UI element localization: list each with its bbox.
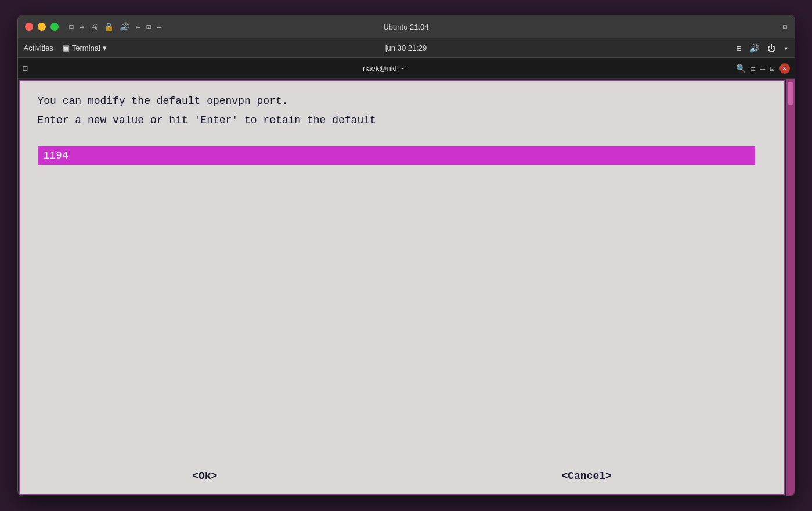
instruction-line1: You can modify the default openvpn port. xyxy=(38,93,767,110)
menu-right: ⊞ 🔊 ⏻ ▾ xyxy=(737,44,789,53)
menubar: Activities ▣ Terminal ▾ jun 30 21:29 ⊞ 🔊… xyxy=(18,38,795,58)
tabbar-right: 🔍 ≡ — ⊡ × xyxy=(736,63,789,74)
instruction-line2: Enter a new value or hit 'Enter' to reta… xyxy=(38,112,767,129)
terminal-content: You can modify the default openvpn port.… xyxy=(20,81,784,494)
power-icon[interactable]: ⏻ xyxy=(767,44,775,53)
titlebar-restore[interactable]: ⊡ xyxy=(783,23,788,31)
port-input[interactable] xyxy=(38,146,755,165)
dialog-buttons: <Ok> <Cancel> xyxy=(20,470,784,482)
tab-pin-icon[interactable]: ⊟ xyxy=(23,63,28,74)
back-icon[interactable]: ← xyxy=(135,22,140,31)
titlebar-icons: ⊟ ↔ 🖨 🔒 🔊 ← ⊡ ← xyxy=(69,22,162,31)
restore-terminal-button[interactable]: ⊡ xyxy=(770,64,774,73)
lock-icon[interactable]: 🔒 xyxy=(104,22,114,31)
window-title: Ubuntu 21.04 xyxy=(383,23,428,31)
sound-icon[interactable]: 🔊 xyxy=(749,44,759,53)
terminal-label: Terminal xyxy=(72,44,100,52)
minimize-terminal-button[interactable]: — xyxy=(760,64,765,73)
menu-button[interactable]: ≡ xyxy=(750,64,755,73)
tab-title: naek@nkf: ~ xyxy=(33,64,737,73)
terminal-inner: You can modify the default openvpn port.… xyxy=(19,80,785,495)
search-button[interactable]: 🔍 xyxy=(736,64,746,73)
close-button[interactable] xyxy=(25,23,33,31)
volume-icon[interactable]: 🔊 xyxy=(120,22,129,31)
terminal-wrapper: You can modify the default openvpn port.… xyxy=(18,79,795,496)
terminal-menu[interactable]: ▣ Terminal ▾ xyxy=(63,44,107,52)
terminal-chevron-icon: ▾ xyxy=(103,44,107,52)
maximize-button[interactable] xyxy=(50,23,59,31)
scroll-icon[interactable]: ↔ xyxy=(80,22,84,31)
titlebar: ⊟ ↔ 🖨 🔒 🔊 ← ⊡ ← Ubuntu 21.04 ⊡ xyxy=(18,15,795,38)
terminal-icon: ▣ xyxy=(63,44,70,52)
main-window: ⊟ ↔ 🖨 🔒 🔊 ← ⊡ ← Ubuntu 21.04 ⊡ Activitie… xyxy=(17,15,795,496)
print-icon[interactable]: 🖨 xyxy=(90,22,98,31)
system-menu-icon[interactable]: ▾ xyxy=(784,44,788,53)
menu-datetime: jun 30 21:29 xyxy=(385,44,427,52)
minimize-button[interactable] xyxy=(38,23,46,31)
tabbar: ⊟ naek@nkf: ~ 🔍 ≡ — ⊡ × xyxy=(18,58,795,79)
close-terminal-button[interactable]: × xyxy=(779,63,790,74)
menu-left: Activities ▣ Terminal ▾ xyxy=(24,44,107,52)
scrollbar-thumb[interactable] xyxy=(788,82,793,105)
network-icon[interactable]: ⊞ xyxy=(737,44,741,53)
activities-menu[interactable]: Activities xyxy=(24,44,53,52)
ok-button[interactable]: <Ok> xyxy=(192,470,217,482)
split-icon[interactable]: ⊡ xyxy=(146,22,151,31)
scrollbar[interactable] xyxy=(786,79,795,496)
forward-icon[interactable]: ← xyxy=(157,22,161,31)
window-controls xyxy=(25,23,59,31)
cancel-button[interactable]: <Cancel> xyxy=(561,470,611,482)
sidebar-icon[interactable]: ⊟ xyxy=(69,22,74,31)
